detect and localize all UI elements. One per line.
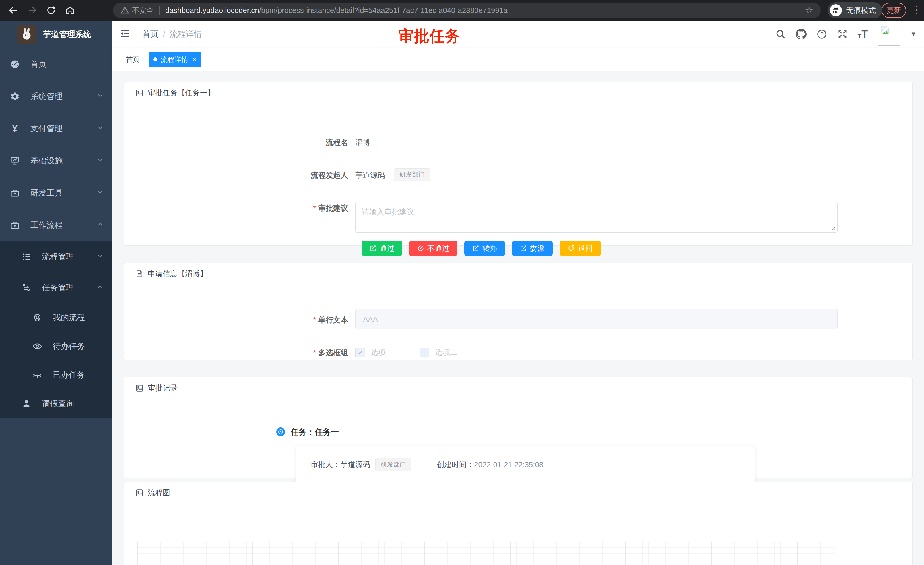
sidebar: 芋道管理系统 首页 系统管理 ¥ 支付管理 基础设施 研发工具 工作流程 流程管… bbox=[0, 21, 112, 565]
edit-icon bbox=[370, 245, 376, 252]
forward-icon[interactable] bbox=[26, 5, 38, 16]
suggestion-label: *审批建议 bbox=[228, 203, 348, 213]
delegate-button[interactable]: 委派 bbox=[512, 241, 553, 256]
chevron-down-icon bbox=[96, 92, 104, 101]
face-icon bbox=[32, 313, 43, 322]
timeline-clock-icon bbox=[276, 427, 285, 436]
tag-home[interactable]: 首页 bbox=[120, 52, 145, 67]
workflow-submenu: 流程管理 任务管理 我的流程 待办任务 已办任务 请假查询 bbox=[0, 241, 112, 418]
search-icon[interactable] bbox=[775, 29, 786, 40]
toolbox-icon bbox=[9, 188, 21, 198]
required-mark: * bbox=[313, 204, 316, 212]
branch-icon bbox=[21, 283, 32, 293]
sidebar-toggle-icon[interactable] bbox=[119, 28, 131, 41]
eye-closed-icon bbox=[32, 370, 43, 380]
chevron-down-icon bbox=[96, 156, 104, 166]
help-icon[interactable]: ? bbox=[816, 29, 827, 40]
dept-tag: 研发部门 bbox=[375, 458, 411, 471]
sidebar-item-todo-tasks[interactable]: 待办任务 bbox=[0, 332, 112, 361]
edit-icon bbox=[520, 245, 527, 252]
bookmark-star-icon[interactable]: ☆ bbox=[805, 5, 813, 16]
circle-close-icon bbox=[417, 245, 424, 252]
url-path: /bpm/process-instance/detail?id=54aa251f… bbox=[259, 6, 508, 15]
reject-button[interactable]: 不通过 bbox=[409, 241, 458, 256]
dashboard-icon bbox=[9, 59, 21, 69]
dept-tag: 研发部门 bbox=[394, 168, 430, 181]
sidebar-item-system[interactable]: 系统管理 bbox=[0, 80, 112, 113]
broken-image-icon bbox=[879, 24, 890, 35]
undo-icon: ↺ bbox=[568, 245, 575, 252]
transfer-button[interactable]: 转办 bbox=[464, 241, 505, 256]
process-diagram-card: 流程图 bbox=[124, 482, 912, 565]
picture-icon bbox=[135, 488, 144, 497]
chevron-up-icon bbox=[96, 221, 104, 230]
app-logo bbox=[17, 25, 36, 44]
bpmn-canvas[interactable] bbox=[138, 542, 836, 565]
home-icon[interactable] bbox=[64, 5, 76, 16]
approval-actions: 通过 不通过 转办 委派 ↺ 退回 bbox=[124, 241, 838, 256]
suggestion-textarea[interactable] bbox=[355, 202, 838, 233]
checkbox-option2[interactable]: 选项二 bbox=[420, 347, 458, 358]
sidebar-item-devtools[interactable]: 研发工具 bbox=[0, 177, 112, 209]
chevron-up-icon bbox=[96, 283, 104, 293]
github-icon[interactable] bbox=[796, 29, 807, 40]
yuan-icon: ¥ bbox=[9, 123, 21, 134]
single-line-input[interactable] bbox=[355, 309, 838, 329]
chevron-down-icon bbox=[96, 252, 104, 261]
picture-icon bbox=[135, 89, 144, 97]
app-logo-row[interactable]: 芋道管理系统 bbox=[0, 21, 112, 48]
sidebar-item-infra[interactable]: 基础设施 bbox=[0, 145, 112, 177]
app-title: 芋道管理系统 bbox=[43, 29, 91, 40]
sidebar-item-my-process[interactable]: 我的流程 bbox=[0, 303, 112, 332]
approval-records-card: 审批记录 任务：任务一 审批人： 芋道源码 研发部门 创建时间： 2022-01… bbox=[124, 377, 912, 478]
avatar-caret-icon[interactable]: ▼ bbox=[910, 30, 916, 38]
breadcrumb: 首页 / 流程详情 bbox=[142, 29, 202, 40]
active-dot-icon bbox=[153, 57, 157, 62]
initiator-value: 芋道源码 bbox=[355, 170, 385, 180]
sidebar-item-home[interactable]: 首页 bbox=[0, 48, 112, 80]
user-icon bbox=[21, 399, 32, 409]
browser-menu-icon[interactable]: ⋮ bbox=[912, 4, 922, 15]
card-title: 申请信息【滔博】 bbox=[148, 269, 207, 279]
approval-task-card: 审批任务【任务一】 流程名 滔博 流程发起人 芋道源码 研发部门 *审批建议 通… bbox=[124, 82, 912, 246]
checkbox-checked-icon bbox=[355, 348, 365, 358]
approve-button[interactable]: 通过 bbox=[362, 241, 402, 256]
url-host: dashboard.yudao.iocoder.cn bbox=[165, 6, 259, 15]
back-icon[interactable] bbox=[8, 5, 19, 16]
return-button[interactable]: ↺ 退回 bbox=[560, 241, 601, 256]
records-card-header: 审批记录 bbox=[124, 377, 912, 399]
sidebar-item-payment[interactable]: ¥ 支付管理 bbox=[0, 113, 112, 145]
browser-update-button[interactable]: 更新 bbox=[882, 3, 906, 18]
sidebar-item-process-mgmt[interactable]: 流程管理 bbox=[0, 241, 112, 272]
list-icon bbox=[21, 252, 32, 261]
tag-process-detail[interactable]: 流程详情 × bbox=[148, 52, 201, 67]
annotation-title: 审批任务 bbox=[398, 26, 460, 47]
reload-icon[interactable] bbox=[45, 5, 57, 16]
font-size-icon[interactable]: TT bbox=[858, 28, 868, 40]
sidebar-item-workflow[interactable]: 工作流程 bbox=[0, 209, 112, 241]
apply-card-header: 申请信息【滔博】 bbox=[124, 263, 912, 285]
card-title: 流程图 bbox=[148, 488, 170, 498]
avatar[interactable] bbox=[878, 23, 900, 46]
created-time: 2022-01-21 22:35:08 bbox=[474, 460, 543, 469]
gear-icon bbox=[9, 92, 21, 101]
checkbox-unchecked-icon bbox=[420, 348, 429, 358]
diagram-card-header: 流程图 bbox=[124, 482, 912, 504]
document-icon bbox=[135, 270, 144, 278]
checkbox-option1[interactable]: 选项一 bbox=[355, 347, 393, 358]
sidebar-item-task-mgmt[interactable]: 任务管理 bbox=[0, 272, 112, 303]
toolbox-icon bbox=[9, 220, 21, 230]
main-content: 审批任务【任务一】 流程名 滔博 流程发起人 芋道源码 研发部门 *审批建议 通… bbox=[112, 71, 924, 565]
task-title: 任务：任务一 bbox=[291, 427, 339, 437]
close-icon[interactable]: × bbox=[192, 56, 196, 63]
address-bar[interactable]: 不安全 dashboard.yudao.iocoder.cn/bpm/proce… bbox=[113, 3, 821, 18]
sidebar-item-done-tasks[interactable]: 已办任务 bbox=[0, 361, 112, 389]
apply-info-card: 申请信息【滔博】 *单行文本 *多选框组 选项一 选项二 bbox=[124, 263, 912, 360]
sidebar-item-leave-query[interactable]: 请假查询 bbox=[0, 389, 112, 418]
app-header: 首页 / 流程详情 ? TT ▼ bbox=[112, 21, 924, 48]
picture-icon bbox=[135, 384, 144, 392]
process-name-value: 滔博 bbox=[355, 138, 370, 147]
fullscreen-icon[interactable] bbox=[837, 29, 848, 40]
approver-label: 审批人： bbox=[310, 460, 340, 470]
breadcrumb-home[interactable]: 首页 bbox=[142, 29, 158, 40]
